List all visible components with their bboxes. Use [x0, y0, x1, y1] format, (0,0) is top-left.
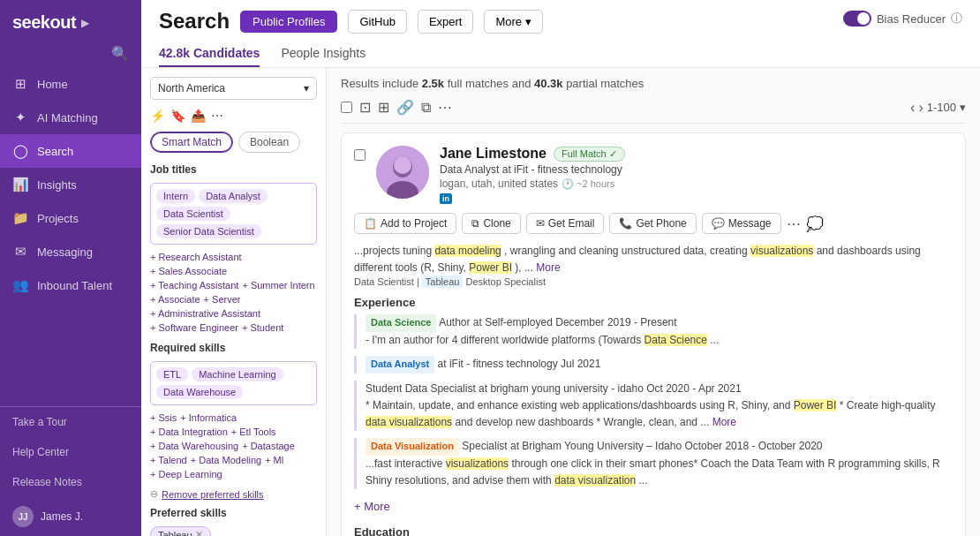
page-dropdown-icon[interactable]: ▾: [960, 101, 966, 114]
exp-more-link[interactable]: More: [712, 416, 736, 428]
job-titles-tags[interactable]: Intern Data Analyst Data Scientist Senio…: [150, 183, 317, 245]
view-card-icon[interactable]: ⊞: [378, 99, 389, 116]
tab-people-insights[interactable]: People Insights: [281, 41, 366, 67]
sidebar-item-search[interactable]: ◯ Search: [0, 134, 141, 168]
smart-match-button[interactable]: Smart Match: [150, 132, 233, 153]
svg-point-3: [394, 156, 411, 174]
job-titles-label: Job titles: [150, 163, 317, 176]
prev-page-button[interactable]: ‹: [910, 100, 915, 116]
next-page-button[interactable]: ›: [918, 100, 923, 116]
sidebar-help-center[interactable]: Help Center: [0, 437, 141, 467]
candidate-checkbox[interactable]: [354, 149, 366, 161]
candidate-card: Jane Limestone Full Match ✓ Data Analyst…: [341, 132, 966, 536]
suggest-deep-learning[interactable]: Deep Learning: [150, 469, 222, 479]
bias-reducer-label: Bias Reducer: [877, 12, 946, 26]
candidate-avatar: [376, 146, 429, 199]
suggest-talend[interactable]: Talend: [150, 455, 187, 465]
preferred-skills-tags: Tableau ✕ Data Visualization ✕: [150, 526, 317, 536]
suggest-data-integration[interactable]: Data Integration: [150, 427, 228, 437]
more-button[interactable]: More ▾: [484, 10, 543, 34]
bias-reducer-toggle[interactable]: Bias Reducer ⓘ: [843, 11, 962, 26]
global-search-icon[interactable]: 🔍: [111, 45, 129, 62]
public-profiles-button[interactable]: Public Profiles: [240, 11, 337, 33]
add-icon: 📋: [364, 217, 377, 230]
copy-icon[interactable]: ⧉: [421, 100, 431, 116]
highlight-power-bi-2: Power BI: [794, 399, 837, 411]
bias-reducer-info-icon[interactable]: ⓘ: [951, 11, 962, 26]
search-mode-selector: Smart Match Boolean: [150, 132, 317, 153]
github-button[interactable]: GitHub: [348, 10, 406, 34]
candidate-header: Jane Limestone Full Match ✓ Data Analyst…: [354, 146, 953, 204]
results-panel: Results include 2.5k full matches and 40…: [327, 68, 980, 536]
upload-icon-button[interactable]: 📤: [191, 109, 206, 123]
suggest-admin-assistant[interactable]: Administrative Assistant: [150, 308, 260, 319]
add-to-project-button[interactable]: 📋 Add to Project: [354, 213, 456, 234]
remove-preferred-skills-link[interactable]: Remove preferred skills: [162, 489, 264, 500]
sidebar-item-projects[interactable]: 📁 Projects: [0, 201, 141, 235]
suggest-data-modeling[interactable]: Data Modeling: [191, 455, 261, 465]
header: Search Public Profiles GitHub Expert Mor…: [141, 0, 980, 68]
suggest-sales-associate[interactable]: Sales Associate: [150, 266, 227, 276]
logo-text: seekout: [12, 12, 76, 33]
data-analyst-tag: Data Analyst: [366, 356, 434, 374]
remove-tableau-tag[interactable]: ✕: [195, 529, 203, 536]
sidebar-item-home[interactable]: ⊞ Home: [0, 67, 141, 101]
logo[interactable]: seekout ▶: [0, 0, 141, 45]
more-options-button[interactable]: ⋯: [211, 109, 223, 123]
email-icon: ✉: [536, 217, 545, 230]
suggest-datastage[interactable]: Datastage: [242, 441, 295, 451]
required-skills-label: Required skills: [150, 342, 317, 354]
sidebar-item-label: Projects: [37, 212, 79, 225]
suggest-server[interactable]: Server: [204, 294, 241, 305]
toggle-switch[interactable]: [843, 11, 871, 26]
suggest-research-assistant[interactable]: Research Assistant: [150, 252, 242, 262]
candidate-chat-icon[interactable]: 💭: [806, 215, 824, 232]
filter-toolbar: ⚡ 🔖 📤 ⋯: [150, 109, 317, 123]
sidebar-release-notes[interactable]: Release Notes: [0, 467, 141, 497]
tab-candidates[interactable]: 42.8k Candidates: [159, 41, 260, 67]
suggest-informatica[interactable]: Informatica: [180, 412, 237, 423]
clone-button[interactable]: ⧉ Clone: [462, 213, 520, 234]
suggest-summer-intern[interactable]: Summer Intern: [242, 280, 314, 291]
linkedin-icon[interactable]: in: [440, 193, 452, 204]
ellipsis-icon[interactable]: ⋯: [438, 99, 452, 116]
job-title-tag-intern: Intern: [156, 189, 195, 203]
boolean-button[interactable]: Boolean: [238, 132, 300, 153]
sidebar-item-ai-matching[interactable]: ✦ AI Matching: [0, 101, 141, 134]
suggest-associate[interactable]: Associate: [150, 294, 200, 305]
expert-button[interactable]: Expert: [418, 10, 474, 34]
suggest-software-engineer[interactable]: Software Engineer: [150, 322, 238, 333]
region-selector[interactable]: North America ▾: [150, 77, 317, 100]
sidebar-item-insights[interactable]: 📊 Insights: [0, 168, 141, 201]
suggest-teaching-assistant[interactable]: Teaching Assistant: [150, 280, 238, 291]
link-icon[interactable]: 🔗: [396, 99, 414, 116]
candidate-info: Jane Limestone Full Match ✓ Data Analyst…: [440, 146, 953, 204]
sidebar-item-messaging[interactable]: ✉ Messaging: [0, 235, 141, 268]
release-notes-label: Release Notes: [12, 476, 82, 488]
suggest-data-warehousing[interactable]: Data Warehousing: [150, 441, 238, 451]
suggest-ml[interactable]: Ml: [265, 455, 283, 465]
sidebar-take-tour[interactable]: Take a Tour: [0, 407, 141, 437]
time-ago: 🕐 ~2 hours: [562, 178, 614, 190]
plus-more-link[interactable]: + More: [354, 500, 390, 513]
header-top: Search Public Profiles GitHub Expert Mor…: [159, 9, 962, 34]
sidebar-item-inbound-talent[interactable]: 👥 Inbound Talent: [0, 268, 141, 302]
get-phone-button[interactable]: 📞 Get Phone: [609, 213, 696, 234]
suggest-etl-tools[interactable]: Etl Tools: [231, 427, 276, 437]
filter-icon-button[interactable]: ⚡: [150, 109, 165, 123]
skill-tag-data-warehouse: Data Warehouse: [156, 385, 243, 399]
view-grid-icon[interactable]: ⊡: [359, 99, 371, 116]
select-all-checkbox[interactable]: [341, 102, 352, 113]
message-button[interactable]: 💬 Message: [702, 213, 781, 234]
user-menu[interactable]: JJ James J.: [0, 497, 141, 536]
required-skills-tags[interactable]: ETL Machine Learning Data Warehouse: [150, 361, 317, 405]
get-email-button[interactable]: ✉ Get Email: [526, 213, 605, 234]
candidate-more-icon[interactable]: ⋯: [787, 215, 801, 232]
sidebar-item-label: Messaging: [37, 245, 93, 259]
results-summary: Results include 2.5k full matches and 40…: [341, 77, 966, 90]
exp-item-data-analyst: Data Analyst at iFit - fitness technolog…: [354, 356, 953, 374]
suggest-student[interactable]: Student: [242, 322, 283, 333]
bookmark-icon-button[interactable]: 🔖: [170, 109, 185, 123]
snippet-more-link[interactable]: More: [536, 261, 560, 274]
suggest-ssis[interactable]: Ssis: [150, 412, 177, 423]
